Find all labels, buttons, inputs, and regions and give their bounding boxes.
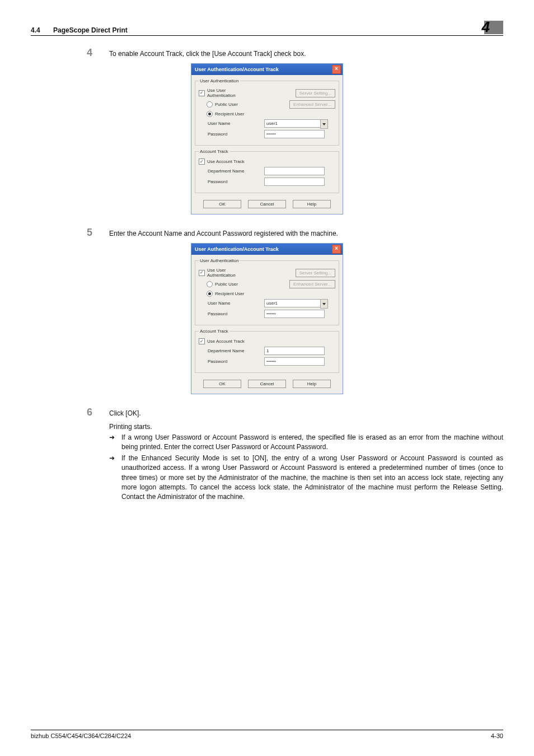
enhanced-server-button[interactable]: Enhanced Server... [289, 280, 335, 288]
step-text: Enter the Account Name and Account Passw… [109, 229, 338, 239]
close-icon[interactable]: × [332, 65, 341, 74]
footer-page: 4-30 [491, 732, 503, 739]
dept-name-input[interactable] [264, 167, 325, 175]
step-number: 6 [87, 407, 109, 418]
acct-password-input[interactable] [264, 178, 325, 186]
arrow-icon: ➜ [109, 433, 121, 452]
password-label: Password [199, 132, 261, 137]
use-user-auth-label: Use User Authentication [207, 268, 252, 278]
checkbox-icon [199, 158, 205, 165]
chapter-number: 4 [482, 20, 490, 34]
password-input[interactable]: •••••••• [264, 310, 325, 318]
note-bullet-2: ➜ If the Enhanced Security Mode is set t… [109, 454, 503, 502]
help-button[interactable]: Help [293, 380, 331, 388]
user-auth-group: User Authentication Use User Authenticat… [195, 258, 339, 325]
page-footer: bizhub C554/C454/C364/C284/C224 4-30 [31, 730, 503, 739]
user-name-combo[interactable]: user1 [264, 119, 327, 128]
note-text: If the Enhanced Security Mode is set to … [121, 454, 503, 502]
chevron-down-icon[interactable] [320, 119, 328, 129]
use-user-auth-checkbox[interactable]: Use User Authentication [199, 88, 252, 98]
acct-password-label: Password [199, 359, 261, 364]
use-user-auth-checkbox[interactable]: Use User Authentication [199, 268, 252, 278]
use-account-track-label: Use Account Track [207, 159, 245, 164]
public-user-label: Public User [215, 102, 238, 107]
public-user-radio[interactable]: Public User [199, 101, 260, 108]
use-account-track-label: Use Account Track [207, 339, 245, 344]
recipient-user-label: Recipient User [215, 111, 244, 116]
enhanced-server-button[interactable]: Enhanced Server... [289, 100, 335, 109]
acct-password-input[interactable]: •••••••• [264, 357, 325, 366]
acct-password-label: Password [199, 179, 261, 184]
close-icon[interactable]: × [332, 245, 341, 254]
user-name-combo[interactable]: user1 [264, 299, 327, 307]
dialog-titlebar: User Authentication/Account Track × [191, 244, 343, 255]
recipient-user-radio[interactable]: Recipient User [199, 111, 260, 117]
radio-icon [207, 291, 213, 297]
dept-name-input[interactable]: 1 [264, 347, 325, 355]
user-name-label: User Name [199, 301, 261, 306]
account-track-legend: Account Track [199, 149, 229, 154]
section-number: 4.4 [31, 26, 40, 34]
step-5: 5 Enter the Account Name and Account Pas… [87, 227, 503, 239]
printing-starts-text: Printing starts. [109, 423, 503, 431]
recipient-user-radio[interactable]: Recipient User [199, 291, 260, 297]
step-6: 6 Click [OK]. [87, 407, 503, 418]
account-track-legend: Account Track [199, 329, 229, 334]
server-setting-button[interactable]: Server Setting... [296, 269, 335, 277]
footer-model: bizhub C554/C454/C364/C284/C224 [31, 732, 131, 739]
auth-dialog-1: User Authentication/Account Track × User… [191, 63, 343, 214]
dialog-buttons: OK Cancel Help [191, 195, 343, 214]
auth-dialog-2: User Authentication/Account Track × User… [191, 243, 343, 394]
dept-name-label: Department Name [199, 169, 261, 174]
help-button[interactable]: Help [293, 200, 331, 208]
checkbox-icon [199, 338, 205, 344]
radio-icon [207, 101, 213, 108]
page-header: 4.4 PageScope Direct Print 4 [31, 20, 503, 36]
note-text: If a wrong User Password or Account Pass… [121, 433, 503, 452]
server-setting-button[interactable]: Server Setting... [296, 89, 335, 97]
use-account-track-checkbox[interactable]: Use Account Track [199, 158, 252, 165]
user-auth-legend: User Authentication [199, 78, 240, 83]
use-account-track-checkbox[interactable]: Use Account Track [199, 338, 252, 344]
user-name-input[interactable]: user1 [264, 119, 325, 128]
account-track-group: Account Track Use Account Track Departme… [195, 149, 339, 193]
public-user-label: Public User [215, 282, 238, 287]
dialog-titlebar: User Authentication/Account Track × [191, 64, 343, 75]
recipient-user-label: Recipient User [215, 291, 244, 296]
note-bullet-1: ➜ If a wrong User Password or Account Pa… [109, 433, 503, 452]
step-number: 4 [87, 47, 109, 59]
dept-name-label: Department Name [199, 348, 261, 353]
chevron-down-icon[interactable] [320, 299, 328, 309]
public-user-radio[interactable]: Public User [199, 281, 260, 287]
section-heading: 4.4 PageScope Direct Print [31, 26, 128, 34]
user-name-input[interactable]: user1 [264, 299, 325, 307]
cancel-button[interactable]: Cancel [248, 200, 286, 208]
ok-button[interactable]: OK [203, 380, 241, 388]
use-user-auth-label: Use User Authentication [207, 88, 252, 98]
radio-icon [207, 111, 213, 117]
checkbox-icon [199, 270, 205, 276]
step-text: Click [OK]. [109, 409, 141, 418]
checkbox-icon [199, 90, 205, 96]
chapter-badge: 4 [482, 20, 503, 34]
user-auth-legend: User Authentication [199, 258, 240, 263]
step-4: 4 To enable Account Track, click the [Us… [87, 47, 503, 59]
dialog-title-text: User Authentication/Account Track [195, 246, 279, 252]
step-number: 5 [87, 227, 109, 239]
step-text: To enable Account Track, click the [Use … [109, 49, 306, 59]
password-label: Password [199, 311, 261, 316]
ok-button[interactable]: OK [203, 200, 241, 208]
account-track-group: Account Track Use Account Track Departme… [195, 329, 339, 373]
cancel-button[interactable]: Cancel [248, 380, 286, 388]
arrow-icon: ➜ [109, 454, 121, 502]
password-input[interactable]: •••••••• [264, 130, 325, 138]
dialog-buttons: OK Cancel Help [191, 375, 343, 394]
dialog-title-text: User Authentication/Account Track [195, 67, 279, 72]
user-auth-group: User Authentication Use User Authenticat… [195, 78, 339, 146]
section-title: PageScope Direct Print [53, 26, 128, 34]
radio-icon [207, 281, 213, 287]
user-name-label: User Name [199, 121, 261, 126]
